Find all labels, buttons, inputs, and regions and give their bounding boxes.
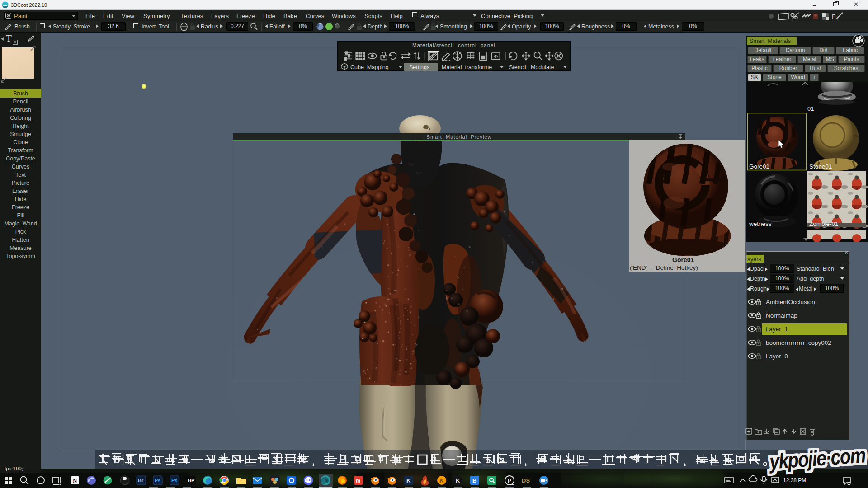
svg-text:Ps: Ps bbox=[155, 478, 160, 483]
svg-text:Br: Br bbox=[138, 478, 144, 483]
svg-text:Stone01: Stone01 bbox=[809, 163, 832, 170]
svg-text:N: N bbox=[73, 477, 77, 484]
svg-text:Zombie-01: Zombie-01 bbox=[809, 221, 839, 227]
svg-text:B: B bbox=[472, 477, 476, 484]
svg-text:P: P bbox=[508, 478, 511, 484]
svg-text:m: m bbox=[356, 478, 361, 484]
svg-text:12:38 PM: 12:38 PM bbox=[783, 477, 806, 483]
svg-text:P: P bbox=[832, 13, 836, 20]
svg-text:K: K bbox=[439, 477, 444, 484]
svg-text:K: K bbox=[406, 477, 411, 484]
svg-text:K: K bbox=[456, 477, 460, 484]
svg-text:Ps: Ps bbox=[171, 478, 177, 483]
svg-text:HP: HP bbox=[188, 478, 194, 483]
svg-text:DS: DS bbox=[522, 477, 530, 484]
svg-text:01: 01 bbox=[807, 105, 814, 112]
svg-text:wetness: wetness bbox=[749, 221, 772, 227]
svg-text:Gore01: Gore01 bbox=[749, 163, 769, 170]
